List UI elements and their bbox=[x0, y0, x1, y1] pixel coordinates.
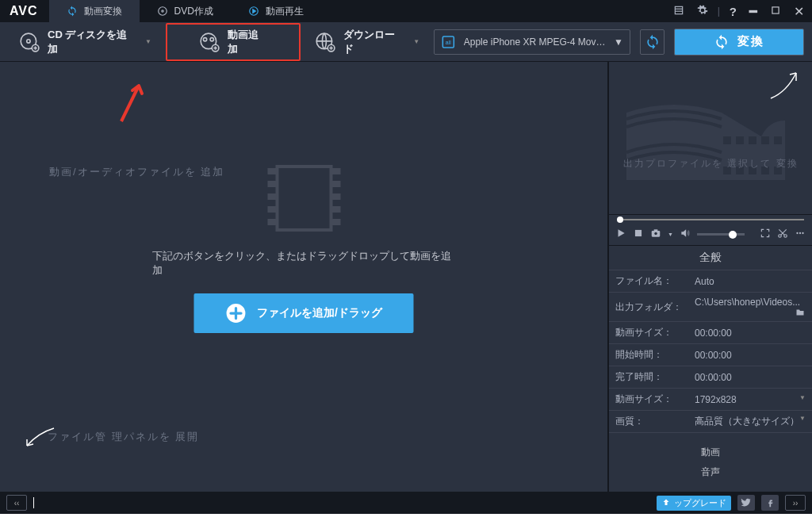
timeline[interactable] bbox=[609, 215, 812, 224]
titlebar: AVC 動画変換 DVD作成 動画再生 | ? ━ ✕ bbox=[0, 0, 812, 22]
chevron-down-icon: ▼ bbox=[413, 38, 419, 45]
globe-plus-icon bbox=[315, 32, 335, 52]
fullscreen-button[interactable] bbox=[760, 228, 771, 241]
row-duration: 動画サイズ：00:00:00 bbox=[609, 322, 812, 344]
twitter-button[interactable] bbox=[737, 495, 755, 511]
drop-label: 下記のボタンをクリック、またはドラッグドロップして動画を追加 bbox=[152, 249, 456, 278]
svg-text:all: all bbox=[446, 40, 451, 45]
section-video[interactable]: 動画 bbox=[609, 442, 812, 462]
svg-point-0 bbox=[158, 7, 167, 16]
svg-rect-29 bbox=[774, 136, 782, 144]
maximize-button[interactable] bbox=[767, 3, 784, 20]
filmstrip-icon bbox=[275, 165, 332, 232]
close-button[interactable]: ✕ bbox=[791, 2, 807, 21]
play-button[interactable] bbox=[615, 228, 626, 241]
settings-icon[interactable] bbox=[694, 3, 711, 20]
toolbar: CD ディスクを追加 ▼ 動画追加 ダウンロード ▼ all Apple iPh… bbox=[0, 22, 812, 62]
svg-rect-26 bbox=[736, 136, 744, 144]
profile-all-icon: all bbox=[441, 33, 456, 51]
quality-value[interactable]: 高品質（大きなサイズ）▼ bbox=[688, 411, 812, 433]
annotation-arrow-icon bbox=[115, 78, 147, 125]
svg-point-8 bbox=[27, 39, 30, 42]
cursor-indicator bbox=[33, 497, 34, 508]
app-window: AVC 動画変換 DVD作成 動画再生 | ? ━ ✕ CD ディスクを追加 ▼ bbox=[0, 0, 812, 514]
info-table: ファイル名：Auto 出力フォルダ：C:\Users\honep\Videos.… bbox=[609, 270, 812, 433]
convert-button[interactable]: 変換 bbox=[674, 29, 804, 56]
add-file-button[interactable]: ファイルを追加/ドラッグ bbox=[193, 293, 414, 333]
dimensions-value[interactable]: 1792x828▼ bbox=[688, 389, 812, 411]
section-audio[interactable]: 音声 bbox=[609, 462, 812, 482]
folder-icon bbox=[795, 308, 806, 317]
chevron-down-icon: ▼ bbox=[145, 38, 151, 45]
info-header: 全般 bbox=[609, 246, 812, 270]
menu-icon[interactable] bbox=[670, 3, 688, 20]
drop-zone: 下記のボタンをクリック、またはドラッグドロップして動画を追加 ファイルを追加/ド… bbox=[152, 165, 456, 333]
row-folder: 出力フォルダ：C:\Users\honep\Videos... bbox=[609, 293, 812, 322]
expand-button[interactable]: ›› bbox=[785, 495, 806, 511]
row-quality: 画質：高品質（大きなサイズ）▼ bbox=[609, 411, 812, 433]
statusbar: ‹‹ ップグレード ›› bbox=[0, 492, 812, 514]
stop-button[interactable] bbox=[633, 228, 644, 241]
help-button[interactable]: ? bbox=[726, 3, 740, 20]
volume-button[interactable] bbox=[680, 228, 691, 241]
collapse-button[interactable]: ‹‹ bbox=[6, 495, 27, 511]
tab-play[interactable]: 動画再生 bbox=[231, 0, 321, 22]
facebook-button[interactable] bbox=[761, 495, 779, 511]
refresh-icon bbox=[645, 34, 661, 50]
svg-rect-3 bbox=[675, 6, 682, 13]
upgrade-icon bbox=[661, 498, 671, 508]
chevron-down-icon: ▼ bbox=[614, 36, 622, 48]
svg-point-14 bbox=[210, 37, 213, 40]
refresh-icon bbox=[67, 6, 78, 17]
chevron-down-icon[interactable]: ▼ bbox=[668, 232, 673, 237]
output-profile-selector[interactable]: all Apple iPhone XR MPEG-4 Movie (*.m...… bbox=[434, 29, 630, 55]
file-list-pane[interactable]: 動画/オーディオファイルを 追加 下記のボタンをクリック、またはドラッグドロップ… bbox=[0, 62, 609, 492]
play-circle-icon bbox=[248, 6, 259, 17]
twitter-icon bbox=[741, 497, 752, 508]
hint-expand-panel: ファイル管 理パネルを 展開 bbox=[48, 430, 199, 444]
row-end: 完了時間：00:00:00 bbox=[609, 366, 812, 389]
svg-point-13 bbox=[203, 37, 206, 40]
refresh-button[interactable] bbox=[640, 29, 665, 55]
row-start: 開始時間：00:00:00 bbox=[609, 344, 812, 366]
app-logo: AVC bbox=[10, 4, 38, 18]
disc-icon bbox=[157, 6, 168, 17]
tab-dvd[interactable]: DVD作成 bbox=[140, 0, 231, 22]
player-controls: ▼ bbox=[609, 224, 812, 246]
svg-rect-27 bbox=[749, 136, 756, 144]
svg-point-41 bbox=[796, 232, 798, 234]
svg-rect-38 bbox=[654, 230, 658, 232]
disc-plus-icon bbox=[19, 32, 40, 52]
svg-point-42 bbox=[799, 232, 801, 234]
main-area: 動画/オーディオファイルを 追加 下記のボタンをクリック、またはドラッグドロップ… bbox=[0, 62, 812, 492]
timeline-knob[interactable] bbox=[617, 216, 623, 223]
add-cd-button[interactable]: CD ディスクを追加 ▼ bbox=[8, 23, 163, 61]
tab-convert[interactable]: 動画変換 bbox=[49, 0, 140, 22]
upgrade-button[interactable]: ップグレード bbox=[657, 496, 731, 511]
convert-icon bbox=[714, 34, 730, 50]
hint-select-profile: 出力プロファイルを 選択して 変換 bbox=[623, 157, 799, 170]
film-plus-icon bbox=[199, 32, 220, 52]
svg-point-43 bbox=[802, 232, 803, 234]
svg-rect-6 bbox=[772, 6, 779, 13]
snapshot-button[interactable] bbox=[650, 228, 661, 241]
volume-slider[interactable] bbox=[697, 233, 745, 236]
row-dimensions: 動画サイズ：1792x828▼ bbox=[609, 389, 812, 411]
row-filename: ファイル名：Auto bbox=[609, 270, 812, 293]
arrow-hint-icon bbox=[769, 68, 801, 100]
info-sections: 動画 音声 bbox=[609, 433, 812, 492]
plus-circle-icon bbox=[225, 303, 246, 324]
add-video-button[interactable]: 動画追加 bbox=[166, 23, 301, 61]
cut-button[interactable] bbox=[777, 228, 788, 241]
folder-value[interactable]: C:\Users\honep\Videos... bbox=[688, 293, 812, 322]
download-button[interactable]: ダウンロード ▼ bbox=[304, 23, 431, 61]
svg-rect-28 bbox=[761, 136, 769, 144]
svg-point-1 bbox=[161, 10, 163, 12]
svg-point-37 bbox=[654, 232, 657, 236]
more-button[interactable] bbox=[795, 228, 806, 241]
facebook-icon bbox=[764, 497, 776, 508]
filename-value[interactable]: Auto bbox=[688, 270, 812, 293]
minimize-button[interactable]: ━ bbox=[746, 2, 760, 21]
preview-area: 出力プロファイルを 選択して 変換 bbox=[609, 62, 812, 215]
svg-rect-25 bbox=[723, 136, 731, 144]
